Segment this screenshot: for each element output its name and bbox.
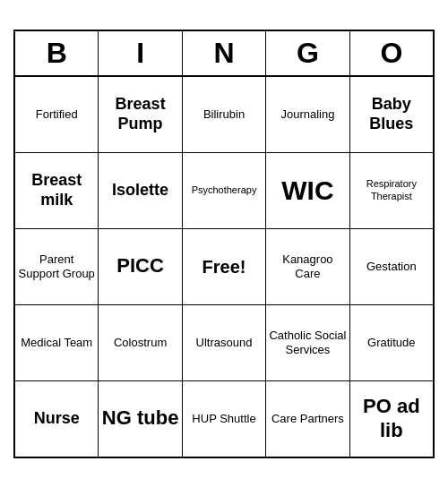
header-cell-n: N (183, 31, 266, 75)
bingo-cell-4-3: Care Partners (266, 381, 349, 457)
bingo-cell-3-2: Ultrasound (183, 305, 266, 380)
bingo-card: BINGO FortifiedBreast PumpBilirubinJourn… (13, 30, 435, 458)
bingo-cell-0-4: Baby Blues (350, 77, 433, 152)
bingo-cell-4-2: HUP Shuttle (183, 381, 266, 457)
header-cell-g: G (266, 31, 349, 75)
bingo-cell-1-2: Psychotherapy (183, 153, 266, 228)
bingo-cell-3-0: Medical Team (15, 305, 99, 380)
bingo-cell-4-0: Nurse (15, 381, 99, 457)
bingo-cell-4-4: PO ad lib (350, 381, 433, 457)
bingo-cell-1-3: WIC (266, 153, 349, 228)
bingo-cell-3-1: Colostrum (99, 305, 182, 380)
bingo-cell-1-1: Isolette (99, 153, 182, 228)
bingo-cell-2-2: Free! (183, 229, 266, 304)
bingo-row-2: Parent Support GroupPICCFree!Kanagroo Ca… (15, 229, 433, 305)
bingo-cell-1-4: Respiratory Therapist (350, 153, 433, 228)
bingo-row-0: FortifiedBreast PumpBilirubinJournalingB… (15, 77, 433, 153)
header-cell-i: I (99, 31, 182, 75)
bingo-cell-2-4: Gestation (350, 229, 433, 304)
bingo-cell-3-3: Catholic Social Services (266, 305, 349, 380)
bingo-row-4: NurseNG tubeHUP ShuttleCare PartnersPO a… (15, 381, 433, 457)
bingo-cell-2-1: PICC (99, 229, 182, 304)
bingo-cell-3-4: Gratitude (350, 305, 433, 380)
bingo-cell-2-0: Parent Support Group (15, 229, 99, 304)
bingo-row-3: Medical TeamColostrumUltrasoundCatholic … (15, 305, 433, 381)
bingo-cell-2-3: Kanagroo Care (266, 229, 349, 304)
bingo-cell-1-0: Breast milk (15, 153, 99, 228)
bingo-cell-0-1: Breast Pump (99, 77, 182, 152)
bingo-body: FortifiedBreast PumpBilirubinJournalingB… (15, 77, 433, 457)
bingo-cell-0-2: Bilirubin (183, 77, 266, 152)
bingo-cell-0-3: Journaling (266, 77, 349, 152)
bingo-cell-0-0: Fortified (15, 77, 99, 152)
bingo-row-1: Breast milkIsolettePsychotherapyWICRespi… (15, 153, 433, 229)
header-cell-b: B (15, 31, 99, 75)
bingo-cell-4-1: NG tube (99, 381, 182, 457)
header-cell-o: O (350, 31, 433, 75)
bingo-header: BINGO (15, 31, 433, 77)
